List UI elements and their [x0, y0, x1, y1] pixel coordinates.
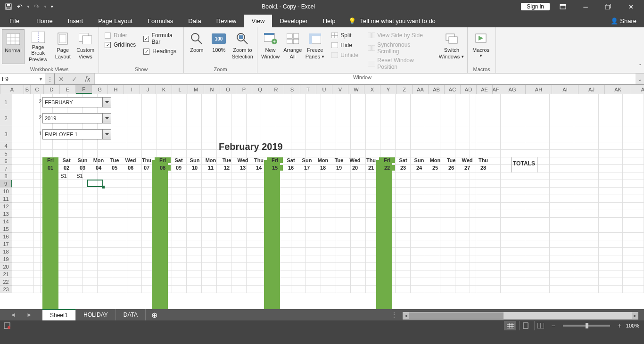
row-header[interactable]: 14 — [0, 218, 12, 225]
zoom-out-button[interactable]: − — [549, 322, 557, 329]
row-header[interactable]: 16 — [0, 233, 12, 240]
tab-developer[interactable]: Developer — [272, 15, 315, 27]
sheet-tab-data[interactable]: DATA — [116, 309, 146, 320]
tab-home[interactable]: Home — [29, 15, 60, 27]
page-break-status-button[interactable] — [534, 321, 546, 330]
hide-button[interactable]: Hide — [330, 41, 359, 49]
column-header[interactable]: X — [364, 85, 380, 94]
page-layout-status-button[interactable] — [519, 321, 531, 330]
prev-sheet-icon[interactable]: ◄ — [10, 311, 16, 318]
row-header[interactable]: 7 — [0, 165, 12, 172]
freeze-panes-button[interactable]: FreezePanes▼ — [304, 29, 326, 64]
page-layout-button[interactable]: PageLayout — [51, 29, 74, 64]
column-header[interactable]: O — [220, 85, 236, 94]
qat-customize-icon[interactable]: ▾ — [48, 1, 56, 12]
tab-view[interactable]: View — [244, 15, 272, 27]
redo-button[interactable]: ↷ — [31, 1, 42, 12]
column-header[interactable]: W — [348, 85, 364, 94]
column-header[interactable]: T — [300, 85, 316, 94]
row-header[interactable]: 18 — [0, 248, 12, 255]
custom-views-button[interactable]: CustomViews — [74, 29, 97, 64]
column-header[interactable]: U — [316, 85, 332, 94]
column-header[interactable]: C — [31, 85, 44, 94]
column-header[interactable]: AG — [499, 85, 526, 94]
fill-handle[interactable] — [102, 186, 105, 188]
sheet-tab-holiday[interactable]: HOLIDAY — [76, 309, 116, 320]
new-sheet-button[interactable]: ⊕ — [146, 309, 163, 320]
scroll-left-button[interactable]: ◄ — [403, 312, 409, 319]
row-header[interactable]: 2 — [0, 110, 12, 126]
column-header[interactable]: AD — [461, 85, 477, 94]
collapse-ribbon-button[interactable]: ˆ — [639, 64, 641, 70]
sheet-tab-sheet1[interactable]: Sheet1 — [42, 309, 76, 320]
column-header[interactable]: AL — [631, 85, 644, 94]
row-header[interactable]: 22 — [0, 278, 12, 286]
column-header[interactable]: Z — [396, 85, 413, 94]
zoom-100-button[interactable]: 100100% — [208, 29, 230, 64]
column-header[interactable]: V — [332, 85, 348, 94]
row-header[interactable]: 11 — [0, 195, 12, 203]
row-header[interactable]: 4 — [0, 142, 12, 150]
chevron-down-icon[interactable]: ▼ — [39, 77, 43, 82]
undo-dropdown-icon[interactable]: ▼ — [25, 1, 31, 12]
tab-formulas[interactable]: Formulas — [140, 15, 181, 27]
split-button[interactable]: Split — [330, 31, 359, 40]
expand-formula-bar-button[interactable]: ⌄ — [636, 74, 644, 84]
restore-button[interactable] — [599, 0, 618, 13]
dropdown-combo2[interactable]: 2019 — [42, 113, 111, 123]
chevron-down-icon[interactable] — [102, 130, 111, 139]
redo-dropdown-icon[interactable]: ▼ — [42, 1, 48, 12]
insert-function-button[interactable]: fx — [81, 74, 94, 85]
column-header[interactable]: Y — [380, 85, 396, 94]
column-header[interactable]: M — [188, 85, 204, 94]
scroll-thumb[interactable] — [409, 312, 504, 319]
name-box-divider[interactable]: ⋮ — [45, 74, 55, 84]
row-header[interactable]: 20 — [0, 263, 12, 270]
name-box[interactable]: F9▼ — [0, 74, 45, 84]
save-button[interactable] — [3, 1, 14, 12]
zoom-level[interactable]: 100% — [626, 323, 639, 328]
signin-button[interactable]: Sign in — [521, 3, 550, 10]
sheet-split-handle[interactable]: ⋮ — [391, 311, 397, 318]
row-header[interactable]: 6 — [0, 157, 12, 165]
macro-record-icon[interactable] — [4, 322, 10, 329]
row-header[interactable]: 9 — [0, 180, 12, 188]
enter-formula-button[interactable]: ✓ — [68, 74, 81, 85]
scroll-right-button[interactable]: ► — [632, 312, 638, 319]
share-button[interactable]: 👤Share — [603, 15, 644, 27]
column-header[interactable]: K — [156, 85, 172, 94]
row-header[interactable]: 8 — [0, 172, 12, 180]
row-header[interactable]: 23 — [0, 286, 12, 293]
ribbon-display-button[interactable] — [553, 0, 572, 13]
sheet-nav[interactable]: ◄ ► — [0, 309, 42, 320]
column-header[interactable]: AJ — [578, 85, 605, 94]
macros-button[interactable]: Macros▼ — [470, 29, 492, 64]
dropdown-combo1[interactable]: FEBRUARY — [42, 97, 111, 107]
row-header[interactable]: 5 — [0, 150, 12, 157]
column-header[interactable]: Q — [252, 85, 268, 94]
column-header[interactable]: N — [204, 85, 220, 94]
column-header[interactable]: H — [108, 85, 124, 94]
headings-checkbox[interactable]: Headings — [143, 48, 178, 55]
column-header[interactable]: AB — [429, 85, 445, 94]
row-header[interactable]: 19 — [0, 255, 12, 263]
dropdown-combo3[interactable]: EMPLOYEE 1 — [42, 129, 111, 139]
column-header[interactable]: D — [44, 85, 60, 94]
zoom-slider[interactable] — [563, 325, 610, 327]
tab-review[interactable]: Review — [209, 15, 244, 27]
column-header[interactable]: AE — [477, 85, 493, 94]
row-header[interactable]: 12 — [0, 203, 12, 210]
row-header[interactable]: 21 — [0, 270, 12, 278]
minimize-button[interactable]: ─ — [576, 0, 595, 13]
column-header[interactable]: G — [92, 85, 108, 94]
column-header[interactable]: AI — [552, 85, 578, 94]
column-header[interactable]: AC — [445, 85, 461, 94]
spreadsheet-grid[interactable]: ABCDEFGHIJKLMNOPQRSTUVWXYZAAABACADAEAFAG… — [0, 85, 644, 309]
row-header[interactable]: 17 — [0, 240, 12, 248]
column-header[interactable]: S — [284, 85, 300, 94]
row-header[interactable]: 13 — [0, 210, 12, 218]
column-header[interactable]: AH — [526, 85, 552, 94]
next-sheet-icon[interactable]: ► — [26, 311, 32, 318]
tab-insert[interactable]: Insert — [60, 15, 91, 27]
column-header[interactable]: AF — [493, 85, 499, 94]
